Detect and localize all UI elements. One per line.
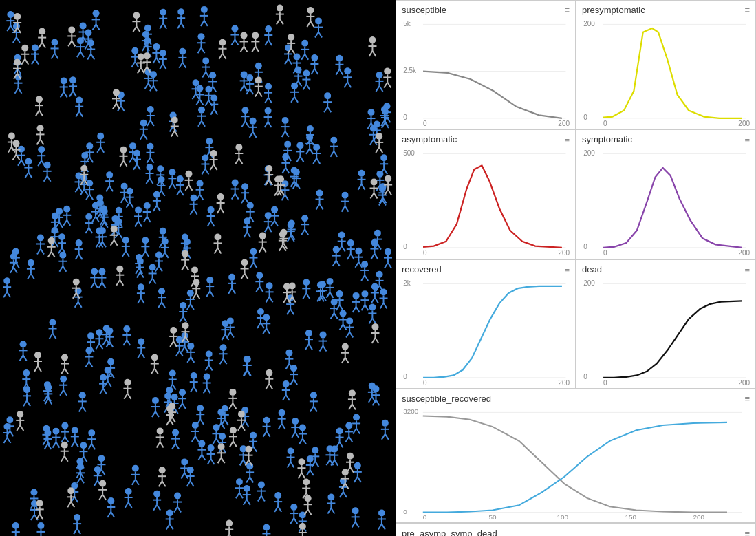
chart-symptomatic: symptomatic ≡ 200 0 0 200 [576,129,756,259]
svg-text:0: 0 [403,114,407,121]
svg-text:50: 50 [489,513,497,519]
chart-dead-area: 200 0 0 200 [582,276,750,385]
svg-text:200: 200 [583,279,595,286]
chart-asymptomatic-menu[interactable]: ≡ [564,134,570,144]
chart-presymptomatic-title: presymptomatic [582,5,645,15]
charts-row-2: asymptomatic ≡ 500 0 0 200 symptomatic [396,129,756,259]
chart-recovered-area: 2k 0 0 200 [402,276,570,385]
chart-recovered-menu[interactable]: ≡ [564,264,570,275]
chart-presymptomatic-menu[interactable]: ≡ [744,5,750,15]
svg-text:3200: 3200 [403,408,418,416]
svg-text:200: 200 [558,120,570,126]
chart-dead-title: dead [582,264,602,275]
charts-row-1: susceptible ≡ 5k 2.5k 0 0 200 [396,0,756,129]
svg-text:0: 0 [583,243,587,250]
chart-susceptible-area: 5k 2.5k 0 0 200 [402,17,570,126]
chart-recovered-title: recovered [402,264,442,275]
svg-text:0: 0 [423,379,427,385]
chart-pre-asymp-bar: pre_asymp_symp_dead ≡ [396,523,756,536]
chart-susceptible-recovered: susceptible_recovered ≡ 3200 0 0 50 100 … [396,389,756,523]
chart-dead: dead ≡ 200 0 0 200 [576,259,756,389]
chart-sr-title: susceptible_recovered [402,394,491,404]
chart-dead-menu[interactable]: ≡ [744,264,750,275]
chart-sr-menu[interactable]: ≡ [744,394,750,404]
charts-panel: susceptible ≡ 5k 2.5k 0 0 200 [396,0,756,536]
chart-asymptomatic-title: asymptomatic [402,134,457,144]
svg-text:200: 200 [583,20,595,28]
svg-text:200: 200 [738,249,750,255]
svg-text:100: 100 [557,513,569,519]
chart-susceptible-menu[interactable]: ≡ [564,5,570,15]
chart-pre-asymp-menu[interactable]: ≡ [744,528,750,536]
chart-asymptomatic: asymptomatic ≡ 500 0 0 200 [396,129,576,259]
svg-text:500: 500 [403,149,415,157]
svg-text:200: 200 [558,249,570,255]
svg-text:200: 200 [583,149,595,157]
svg-text:150: 150 [625,513,637,519]
chart-pre-asymp-title: pre_asymp_symp_dead [402,528,497,536]
svg-text:0: 0 [603,379,607,385]
chart-presymptomatic-area: 200 0 0 200 [582,17,750,126]
svg-text:200: 200 [693,513,705,519]
svg-text:2k: 2k [403,279,411,286]
simulation-panel [0,0,396,536]
svg-text:0: 0 [423,513,427,519]
svg-text:2.5k: 2.5k [403,67,417,74]
chart-susceptible-title: susceptible [402,5,446,15]
svg-text:200: 200 [738,120,750,126]
svg-text:200: 200 [558,379,570,385]
svg-text:0: 0 [403,373,407,380]
svg-text:0: 0 [423,120,427,126]
chart-susceptible: susceptible ≡ 5k 2.5k 0 0 200 [396,0,576,129]
chart-symptomatic-menu[interactable]: ≡ [744,134,750,144]
svg-text:5k: 5k [403,20,411,28]
svg-text:0: 0 [423,249,427,255]
charts-row-3: recovered ≡ 2k 0 0 200 dead ≡ [396,259,756,389]
chart-recovered: recovered ≡ 2k 0 0 200 [396,259,576,389]
svg-text:0: 0 [403,508,407,515]
svg-text:0: 0 [603,120,607,126]
chart-asymptomatic-area: 500 0 0 200 [402,146,570,255]
svg-text:200: 200 [738,379,750,385]
chart-sr-area: 3200 0 0 50 100 150 200 [402,405,750,519]
svg-text:0: 0 [583,114,587,121]
svg-text:0: 0 [403,243,407,250]
chart-symptomatic-title: symptomatic [582,134,632,144]
chart-presymptomatic: presymptomatic ≡ 200 0 0 200 [576,0,756,129]
svg-text:0: 0 [583,373,587,380]
svg-text:0: 0 [603,249,607,255]
chart-symptomatic-area: 200 0 0 200 [582,146,750,255]
